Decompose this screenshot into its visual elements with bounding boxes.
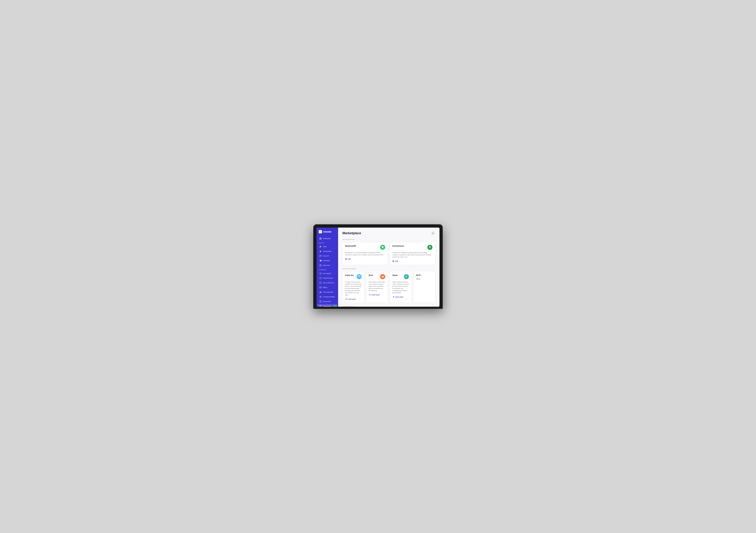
- laptop-wrapper: r remote Dashboard People: [313, 224, 443, 309]
- allp-action[interactable]: E...: [416, 278, 433, 280]
- sidebar: r remote Dashboard People: [316, 227, 338, 307]
- grid2-icon: [319, 305, 322, 307]
- sidebar-item-time-off[interactable]: Time off: [317, 254, 338, 258]
- svg-rect-25: [321, 291, 321, 293]
- brex-desc: Brex makes it easy to get your business …: [369, 281, 385, 292]
- slack-title: Slack: [392, 274, 398, 276]
- bamboohr-card-header: BambooHR: [345, 245, 385, 250]
- carta-card: Carta Inc. Through Carta, you can mainta…: [342, 272, 364, 303]
- user-plus-icon: [319, 250, 322, 253]
- brex-card: Brex Brex makes it easy to get your busi…: [366, 272, 388, 303]
- clock-icon: [319, 277, 322, 279]
- svg-rect-45: [382, 276, 383, 277]
- carta-logo: [357, 274, 362, 279]
- people-section-label: People: [316, 241, 338, 244]
- svg-rect-2: [320, 239, 320, 239]
- new-badge: New: [333, 306, 337, 307]
- integrations-grid: BambooHR BambooHR is a connected platfor…: [342, 242, 435, 265]
- brex-learn-button[interactable]: Learn more: [369, 294, 385, 296]
- sidebar-item-billing[interactable]: Billing: [317, 285, 338, 290]
- bamboohr-logo: [380, 245, 385, 250]
- bamboohr-desc: BambooHR is a connected platform of peop…: [345, 252, 385, 256]
- main-content: Marketplace Integrations BambooHR: [338, 227, 440, 307]
- allp-card-header: All P...: [416, 274, 433, 276]
- slack-desc: Slack is where the future works. Transfo…: [392, 281, 409, 294]
- file-icon: [319, 264, 322, 266]
- svg-rect-26: [320, 297, 321, 298]
- brex-card-header: Brex: [369, 274, 385, 279]
- brex-logo: [380, 274, 385, 279]
- bamboohr-card: BambooHR BambooHR is a connected platfor…: [342, 242, 388, 265]
- svg-rect-24: [320, 292, 321, 293]
- home-icon: [319, 296, 322, 298]
- bamboohr-add-button[interactable]: Add: [345, 258, 385, 260]
- svg-rect-3: [321, 239, 322, 239]
- sidebar-item-team[interactable]: Team: [317, 245, 338, 249]
- bell-icon[interactable]: [431, 231, 435, 235]
- sidebar-item-documents[interactable]: Documents: [317, 299, 338, 304]
- sidebar-item-run-payroll[interactable]: $ Run payroll: [317, 271, 338, 276]
- partner-perks-label: Partner Perks: [342, 268, 435, 270]
- sidebar-item-incentives[interactable]: Incentives: [317, 258, 338, 263]
- sidebar-item-tce-calculator[interactable]: TCE calculator: [317, 290, 338, 294]
- svg-rect-20: [320, 282, 321, 284]
- svg-rect-9: [320, 255, 322, 257]
- sidebar-item-company-details[interactable]: Company details: [317, 295, 338, 299]
- svg-rect-0: [320, 237, 320, 238]
- svg-text:$: $: [320, 273, 321, 274]
- carta-learn-button[interactable]: Learn more: [345, 298, 362, 300]
- users-icon: [319, 246, 322, 248]
- heart-icon: [319, 259, 322, 262]
- sidebar-item-onboarding[interactable]: Onboarding: [317, 249, 338, 253]
- sidebar-item-pay-contractors[interactable]: Pay contractors: [317, 280, 338, 285]
- carta-card-header: Carta Inc.: [345, 274, 362, 279]
- slack-logo: #: [404, 274, 409, 279]
- chart-icon: [319, 291, 322, 293]
- greenhouse-title: Greenhouse: [392, 245, 404, 247]
- page-header: Marketplace: [342, 231, 435, 235]
- greenhouse-desc: Greenhouse's applicant tracking system a…: [392, 252, 432, 258]
- app-logo: r remote: [316, 230, 338, 236]
- svg-rect-21: [320, 287, 322, 288]
- grid-icon: [319, 237, 322, 240]
- page-title: Marketplace: [342, 231, 361, 235]
- clipboard-icon: [319, 282, 322, 284]
- svg-rect-31: [321, 305, 321, 306]
- svg-rect-32: [320, 306, 320, 307]
- sidebar-item-marketplace[interactable]: Marketplace New: [317, 304, 338, 307]
- talent-perks-label: Talent Perks: [342, 306, 435, 307]
- sidebar-item-payroll-history[interactable]: Payroll history: [317, 276, 338, 280]
- screen: r remote Dashboard People: [316, 227, 440, 307]
- greenhouse-add-button[interactable]: Add: [392, 260, 432, 262]
- svg-point-4: [320, 246, 321, 247]
- credit-card-icon: [319, 286, 322, 288]
- partner-perks-grid: Carta Inc. Through Carta, you can mainta…: [342, 272, 435, 303]
- svg-rect-40: [430, 248, 430, 249]
- calendar-icon: [319, 255, 322, 257]
- svg-rect-30: [320, 305, 320, 306]
- greenhouse-card-header: Greenhouse: [392, 245, 432, 250]
- svg-rect-23: [320, 292, 320, 293]
- greenhouse-card: Greenhouse Greenhouse's applicant tracki…: [390, 242, 435, 265]
- svg-point-39: [430, 247, 430, 247]
- svg-rect-1: [321, 237, 322, 238]
- doc-icon: [319, 300, 322, 303]
- carta-title: Carta Inc.: [345, 274, 354, 276]
- sidebar-item-expenses[interactable]: Expenses: [317, 263, 338, 268]
- slack-card-header: Slack #: [392, 274, 409, 279]
- brex-title: Brex: [369, 274, 373, 276]
- allp-card: All P... E...: [414, 272, 435, 303]
- integrations-label: Integrations: [342, 239, 435, 240]
- svg-point-5: [321, 246, 321, 247]
- carta-desc: Through Carta, you can maintain an accur…: [345, 281, 362, 296]
- svg-rect-33: [321, 306, 321, 307]
- logo-icon: r: [319, 230, 322, 233]
- bamboohr-title: BambooHR: [345, 245, 356, 247]
- slack-card: Slack # Slack is where the future works.…: [390, 272, 412, 303]
- screen-bezel: r remote Dashboard People: [313, 224, 443, 309]
- dollar-icon: $: [319, 272, 322, 275]
- sidebar-item-dashboard[interactable]: Dashboard: [317, 236, 338, 241]
- payments-section-label: Payments: [316, 268, 338, 271]
- allp-title: All P...: [416, 274, 422, 276]
- slack-learn-button[interactable]: Learn more: [392, 296, 409, 298]
